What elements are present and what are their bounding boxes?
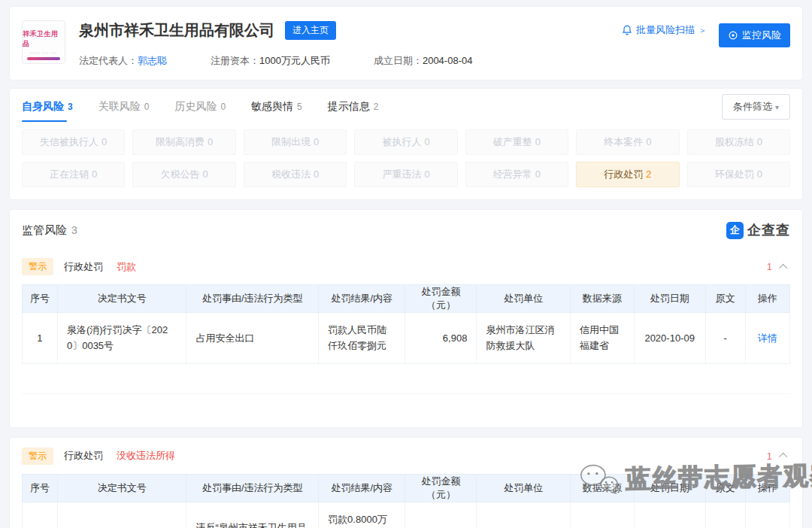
section-subtype: 罚款 xyxy=(117,260,136,274)
qichacha-brand-text: 企查查 xyxy=(747,221,790,239)
risk-chip-count: 0 xyxy=(424,136,429,147)
penalty-table-confiscation: 序号决定书文号处罚事由/违法行为类型处罚结果/内容处罚金额（元）处罚单位数据来源… xyxy=(22,474,790,528)
risk-chip-10[interactable]: 严重违法0 xyxy=(354,162,457,187)
tab-count: 2 xyxy=(374,102,379,112)
filter-button[interactable]: 条件筛选▾ xyxy=(722,94,790,120)
tab-label: 提示信息 xyxy=(328,100,370,114)
column-header: 原文 xyxy=(705,474,745,502)
risk-chip-count: 0 xyxy=(314,168,319,180)
monitor-icon xyxy=(728,30,738,41)
legal-representative: 法定代表人：郭志聪 xyxy=(79,54,167,68)
supervision-count: 3 xyxy=(71,224,77,236)
risk-chip-label: 经营异常 xyxy=(493,168,532,180)
tab-0[interactable]: 自身风险3 xyxy=(22,89,73,125)
risk-chip-4[interactable]: 破产重整0 xyxy=(465,129,568,155)
risk-chip-count: 0 xyxy=(424,168,429,180)
risk-chip-11[interactable]: 经营异常0 xyxy=(465,162,568,187)
enter-homepage-button[interactable]: 进入主页 xyxy=(285,21,336,40)
warning-badge: 警示 xyxy=(22,448,53,465)
risk-chip-count: 0 xyxy=(203,168,208,180)
risk-chip-9[interactable]: 税收违法0 xyxy=(244,162,347,187)
risk-chip-13[interactable]: 环保处罚0 xyxy=(687,162,790,187)
risk-chip-label: 失信被执行人 xyxy=(40,136,98,147)
tab-label: 敏感舆情 xyxy=(251,100,293,114)
cell-source: 工商局 xyxy=(570,502,634,528)
chevron-right-icon: ＞ xyxy=(698,25,707,36)
tab-label: 自身风险 xyxy=(22,100,64,114)
tab-count: 0 xyxy=(220,102,226,112)
column-header: 处罚事由/违法行为类型 xyxy=(186,474,319,502)
tab-count: 0 xyxy=(144,102,150,112)
tab-1[interactable]: 关联风险0 xyxy=(98,89,150,125)
tab-count: 5 xyxy=(297,102,302,112)
cell-result: 罚款人民币陆仟玖佰零捌元 xyxy=(319,313,405,364)
alarm-icon xyxy=(622,25,632,35)
chevron-down-icon: ▾ xyxy=(775,103,779,111)
column-header: 处罚单位 xyxy=(477,474,571,502)
column-header: 序号 xyxy=(23,474,58,502)
company-logo-subtext: ─── ── ── xyxy=(30,50,58,55)
column-header: 处罚单位 xyxy=(477,285,571,313)
company-name: 泉州市祥禾卫生用品有限公司 xyxy=(79,20,274,41)
risk-chip-count: 0 xyxy=(757,136,762,147)
qichacha-brand: 企 企查查 xyxy=(726,221,790,239)
tab-4[interactable]: 提示信息2 xyxy=(328,89,379,125)
risk-chip-8[interactable]: 欠税公告0 xyxy=(132,162,235,187)
company-logo-text: 祥禾卫生用品 xyxy=(23,29,65,49)
column-header: 序号 xyxy=(23,285,58,313)
risk-chip-count: 2 xyxy=(646,168,651,180)
risk-chip-count: 0 xyxy=(757,168,762,180)
penalty-section-header-confiscation: 警示 行政处罚 没收违法所得 1 xyxy=(10,438,802,474)
penalty-section-header-fine: 警示 行政处罚 罚款 1 xyxy=(10,248,802,284)
risk-chip-5[interactable]: 终本案件0 xyxy=(576,129,679,155)
column-header: 处罚结果/内容 xyxy=(319,474,405,502)
risk-chip-label: 严重违法 xyxy=(382,168,421,180)
column-header: 操作 xyxy=(745,474,789,502)
collapse-icon[interactable] xyxy=(779,263,787,272)
risk-chip-2[interactable]: 限制出境0 xyxy=(244,129,347,155)
risk-chip-label: 行政处罚 xyxy=(604,168,643,180)
tab-2[interactable]: 历史风险0 xyxy=(174,89,226,125)
cell-amount: 6,908 xyxy=(405,313,477,364)
column-header: 决定书文号 xyxy=(57,285,186,313)
cell-action[interactable]: 详情 xyxy=(745,502,789,528)
monitor-risk-button[interactable]: 监控风险 xyxy=(719,23,790,47)
risk-chip-label: 环保处罚 xyxy=(715,168,754,180)
tab-3[interactable]: 敏感舆情5 xyxy=(251,89,302,125)
risk-chip-label: 股权冻结 xyxy=(715,136,754,147)
tab-label: 历史风险 xyxy=(174,100,217,114)
section-count: 1 xyxy=(767,261,772,272)
risk-chip-0[interactable]: 失信被执行人0 xyxy=(22,129,125,155)
cell-reason: 违反“泉州市祥禾卫生用品有限公司” 生产不合格商品 xyxy=(186,502,319,528)
cell-amount: 8,000 xyxy=(405,502,477,528)
company-logo-bar xyxy=(27,57,60,60)
risk-chip-6[interactable]: 股权冻结0 xyxy=(687,129,790,155)
batch-risk-scan-link[interactable]: 批量风险扫描 ＞ xyxy=(622,23,707,37)
column-header: 操作 xyxy=(745,285,789,313)
detail-link[interactable]: 详情 xyxy=(758,332,777,344)
company-header-card: 祥禾卫生用品 ─── ── ── 泉州市祥禾卫生用品有限公司 进入主页 法定代表… xyxy=(9,6,803,80)
column-header: 数据来源 xyxy=(570,474,634,502)
risk-chip-label: 限制出境 xyxy=(271,136,311,147)
cell-original: - xyxy=(705,313,745,364)
risk-chip-count: 0 xyxy=(92,168,97,180)
cell-reason: 占用安全出口 xyxy=(186,313,319,364)
table-footer-space xyxy=(22,364,790,394)
cell-action[interactable]: 详情 xyxy=(745,313,789,364)
column-header: 处罚日期 xyxy=(634,474,705,502)
legal-representative-link[interactable]: 郭志聪 xyxy=(138,55,167,66)
risk-chip-12[interactable]: 行政处罚2 xyxy=(576,162,679,187)
column-header: 原文 xyxy=(705,285,745,313)
risk-chip-3[interactable]: 被执行人0 xyxy=(354,129,457,155)
risk-tabs-card: 自身风险3关联风险0历史风险0敏感舆情5提示信息2 条件筛选▾ 失信被执行人0限… xyxy=(9,88,803,200)
risk-chip-1[interactable]: 限制高消费0 xyxy=(132,129,235,155)
risk-chip-count: 0 xyxy=(208,136,213,147)
establish-date-value: 2004-08-04 xyxy=(423,55,473,66)
collapse-icon[interactable] xyxy=(779,453,787,461)
cell-seq: 1 xyxy=(23,313,58,364)
risk-chip-label: 终本案件 xyxy=(604,136,643,147)
risk-chip-label: 欠税公告 xyxy=(161,168,200,180)
risk-chip-count: 0 xyxy=(535,168,541,180)
risk-chip-7[interactable]: 正在注销0 xyxy=(22,162,125,187)
registered-capital-label: 注册资本： xyxy=(211,55,259,66)
